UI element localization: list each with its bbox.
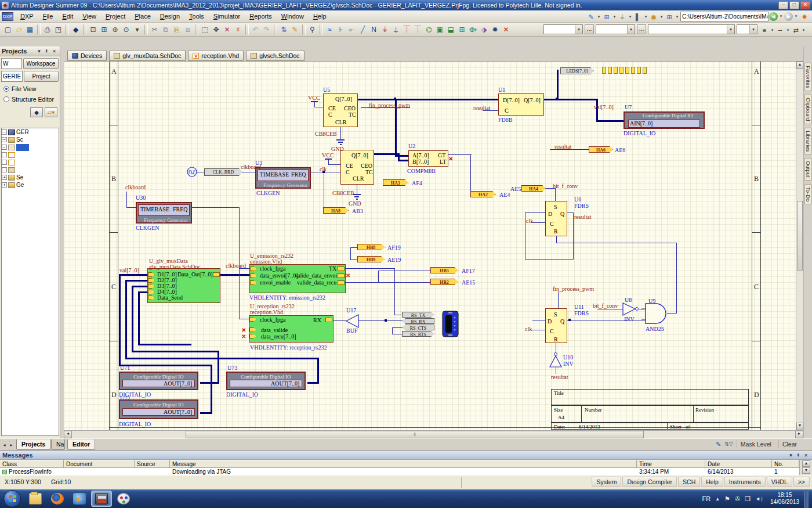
bus-to-leds[interactable] [557,70,559,100]
grid-presets-icon[interactable]: ⊞ [664,12,675,21]
pin-label[interactable]: FREQ [173,207,188,212]
save-icon[interactable]: ▦ [24,24,35,35]
panel-tab[interactable]: Output [804,158,812,181]
pin-label[interactable]: TIMEBASE [260,172,289,178]
message-row[interactable]: ProcessFlowInfo Downloading via JTAG 3:3… [0,468,812,475]
bus-d2-wrap[interactable] [125,280,127,359]
wire-clkbrd[interactable] [197,172,204,172]
wire-hb8-hb9[interactable] [350,247,351,260]
comment-digitalio[interactable]: DIGITAL_IO [226,392,258,398]
panel-tab[interactable]: To-Do [804,184,812,204]
net-label-clk[interactable]: clk [526,218,533,224]
net-label-resultat[interactable]: resultat [574,214,591,220]
wire-ha4-s[interactable] [555,188,556,201]
wire-u8-in[interactable] [597,309,623,309]
pin-label[interactable]: D [548,319,552,325]
net-label-resultat[interactable]: resultat [473,105,490,111]
editor-tab[interactable]: Editor [67,439,95,450]
port-ha2[interactable]: HA2 [470,191,496,197]
bus-u71-aout[interactable] [200,382,219,384]
panel-tab[interactable]: Clipboard [804,95,812,124]
wiring-tools-icon[interactable]: ✎ [586,12,596,21]
wire-u6-r[interactable] [556,243,677,243]
column-header[interactable]: Message [170,460,637,468]
usb-icon[interactable]: ✇ [735,495,740,503]
file-view-radio[interactable]: File View [0,82,60,92]
gnd-bar[interactable] [336,139,345,140]
simulation-sources-icon[interactable]: ◉ [648,12,659,21]
designator-u30[interactable]: U30 [136,195,146,201]
volume-icon[interactable]: ◄） [755,495,766,503]
place-part-icon[interactable]: ⌬ [423,24,434,35]
wire-u8-out[interactable] [639,309,646,309]
panel-tab[interactable]: Favorites [804,63,812,91]
place-sheet-symbol-icon[interactable]: ▣ [434,24,445,35]
place-no-erc-icon[interactable]: ✕ [501,24,512,35]
project-combo[interactable]: GERIE [1,71,23,82]
comment-compm8b[interactable]: COMPM8B [407,168,436,174]
bus-q-u1[interactable] [544,99,598,100]
pin-label[interactable]: C [550,329,554,334]
designator-u71[interactable]: U71 [120,365,130,371]
wire-u6-q[interactable] [567,212,573,213]
comment-fd8b[interactable]: FD8B [498,117,512,123]
pin-label[interactable]: clock_fpga [260,266,285,272]
comment-fdrs[interactable]: FDRS [574,311,589,316]
pin-label[interactable]: R [554,337,558,343]
print-preview-icon[interactable]: ◳ [53,24,64,35]
print-icon[interactable]: ⎙ [42,24,53,35]
led-2[interactable] [614,67,618,74]
tree-expander[interactable] [2,152,7,157]
pin-assign-af4[interactable]: AF4 [412,181,422,186]
db9-connector[interactable] [443,311,458,337]
pin-label[interactable]: envoi_enable [260,280,291,286]
sort-filter-icon[interactable]: ⇅▽ [724,441,733,447]
wire-rx-buf[interactable] [332,320,346,321]
pin-label[interactable]: valide_data_recu [297,280,336,286]
wire-u5-gnd[interactable] [340,127,341,139]
clock-source-icon[interactable] [187,167,197,176]
pin-label[interactable]: CEO [344,106,356,111]
port-rs-rx[interactable]: RS_RX [402,318,434,324]
wire-hb5-hb2[interactable] [378,271,379,282]
wire-freq-out[interactable] [192,207,239,208]
path-combo[interactable]: C:\Users\Altium-2\Documents\IM‹ [680,12,768,21]
designator-u5[interactable]: U5 [323,87,330,93]
column-header[interactable]: Time [637,460,705,468]
tree-expander[interactable]: − [2,145,7,150]
designator-u7[interactable]: U7 [625,105,632,110]
tree-expander[interactable] [2,160,7,165]
pin-label[interactable]: A[7..0] [412,153,429,158]
place-vcc2-port-icon[interactable]: ⏉ [412,24,423,35]
tab-glv-muxdata[interactable]: glv_muxData.SchDoc [109,50,186,61]
place-bus-entry-icon[interactable]: ╱ [357,24,368,35]
wire-u6-loop[interactable] [525,212,525,260]
designator-u8[interactable]: U8 [625,297,632,303]
pin-assign-af17[interactable]: AF17 [462,268,475,274]
tree-expander[interactable]: − [2,137,7,142]
panel-tab-navigator[interactable]: Na [51,439,65,450]
tab-scroll-right[interactable]: ► [8,441,14,449]
status-menu-button[interactable]: Design Compiler [622,477,677,487]
comment-clkgen[interactable]: CLKGEN [256,190,280,196]
pin-rx[interactable] [325,318,332,322]
comment[interactable]: Configurable Digital IO [133,402,183,408]
pin-valide-data-recu[interactable] [338,280,345,285]
panel-tab[interactable]: Libraries [804,128,812,154]
pin-label[interactable]: Data_Send [157,295,183,301]
swap-icon[interactable]: ⇄ [791,25,801,34]
wire-clkboard[interactable] [126,192,127,208]
net-label[interactable]: clkboard [226,263,246,269]
open-icon[interactable]: ▱ [13,24,24,35]
pin-label[interactable]: valide_data_envoi [295,273,337,279]
vertical-scrollbar[interactable]: ▲ ▼ [796,62,803,430]
smart-paste-icon[interactable]: ⧈ [182,24,193,35]
led-4[interactable] [625,67,629,74]
pin-label[interactable]: clock_fpga [260,317,285,323]
port-ha6[interactable]: HA6 [589,146,613,153]
navigate-icon[interactable]: ⚲ [307,24,318,35]
wire-u6-d[interactable] [525,212,545,213]
wire-hb5[interactable] [378,271,430,271]
pin-label[interactable]: AIN[7..0] [630,121,652,127]
pin-assign-ae6[interactable]: AE6 [615,147,625,153]
